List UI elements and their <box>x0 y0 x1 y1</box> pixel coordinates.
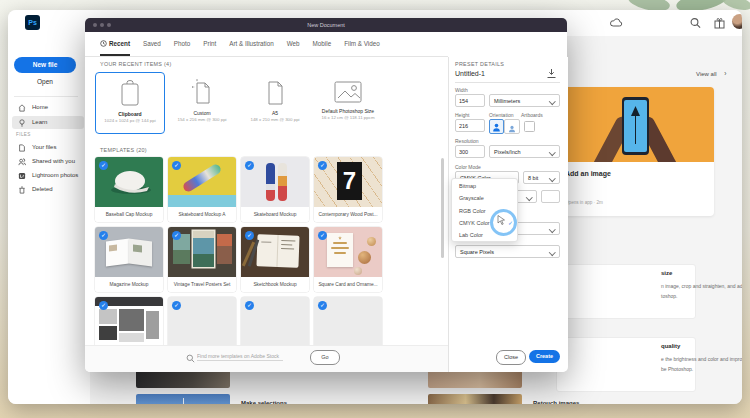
tip-title: size <box>661 270 672 276</box>
sidebar-item-lightroom-photos[interactable]: Lightroom photos <box>12 169 84 182</box>
tip-card-image-quality[interactable]: quality e the brightness and color and i… <box>556 337 696 392</box>
recent-item-default-photoshop-size[interactable]: Default Photoshop Size 16 x 12 cm @ 118.… <box>314 72 382 132</box>
tip-title: quality <box>661 343 680 349</box>
image-icon <box>333 79 363 105</box>
pixel-aspect-ratio-select[interactable]: Square Pixels <box>455 245 560 258</box>
handwriting <box>281 248 294 249</box>
tab-recent[interactable]: Recent <box>100 32 130 56</box>
template-vintage-travel-posters[interactable]: Vintage Travel Posters Set <box>168 227 236 292</box>
tab-art-illustration[interactable]: Art & Illustration <box>229 32 273 56</box>
artboards-checkbox[interactable] <box>524 121 535 132</box>
search-icon[interactable] <box>689 17 702 29</box>
recent-item-custom[interactable]: Custom 154 x 216 mm @ 300 ppi <box>168 72 236 132</box>
resolution-input[interactable] <box>455 145 485 158</box>
orientation-landscape-button[interactable] <box>504 119 520 134</box>
template-name: Square Card and Orname... <box>314 277 382 292</box>
cursor-icon <box>497 215 506 225</box>
collage-photo <box>99 309 117 324</box>
template-sketchbook-mockup[interactable]: Sketchbook Mockup <box>241 227 309 292</box>
stock-search-bar: Go <box>85 345 448 372</box>
resolution-unit-select[interactable]: Pixels/Inch <box>489 145 560 158</box>
tab-film-video[interactable]: Film & Video <box>344 32 380 56</box>
new-file-button[interactable]: New file <box>14 57 76 73</box>
poster <box>217 234 232 264</box>
tab-mobile[interactable]: Mobile <box>313 32 332 56</box>
selected-check-badge <box>245 231 254 240</box>
view-all-link[interactable]: View all › <box>696 70 726 77</box>
chevron-down-icon <box>549 175 555 181</box>
template-contemporary-wood-poster[interactable]: 7 Contemporary Wood Post... <box>314 157 382 222</box>
magazine-page <box>129 239 152 267</box>
sidebar-item-learn[interactable]: Learn <box>12 116 84 129</box>
option-grayscale[interactable]: Grayscale <box>452 192 517 204</box>
go-button[interactable]: Go <box>310 350 340 365</box>
tutorial-thumb-retouch-images[interactable] <box>428 394 522 404</box>
bit-depth-select[interactable]: 8 bit <box>523 171 560 184</box>
sidebar-divider <box>14 96 78 97</box>
tab-print[interactable]: Print <box>203 32 216 56</box>
width-input[interactable] <box>455 94 485 107</box>
sidebar-item-your-files[interactable]: Your files <box>12 141 84 154</box>
photoshop-logo: Ps <box>25 15 40 30</box>
click-indicator-ring <box>490 209 517 236</box>
account-avatar[interactable] <box>732 14 742 29</box>
stock-search-input[interactable] <box>197 352 283 361</box>
recent-item-name: Clipboard <box>96 111 164 117</box>
collage-photo <box>146 311 159 339</box>
save-preset-icon[interactable] <box>546 68 557 79</box>
trash-icon <box>18 186 26 194</box>
phone <box>622 97 649 155</box>
scrollbar-thumb[interactable] <box>441 158 444 258</box>
tab-saved[interactable]: Saved <box>143 32 161 56</box>
template-square-card-ornaments[interactable]: Square Card and Orname... <box>314 227 382 292</box>
option-bitmap[interactable]: Bitmap <box>452 180 517 192</box>
selected-check-badge <box>172 231 181 240</box>
create-button[interactable]: Create <box>529 350 560 363</box>
orientation-portrait-button[interactable] <box>489 119 504 134</box>
selected-check-badge <box>245 301 254 310</box>
tutorial-row-label[interactable]: Retouch images <box>533 400 579 404</box>
handwriting <box>281 244 292 245</box>
recent-item-dims: 148 x 210 mm @ 300 ppi <box>241 117 309 122</box>
document-name[interactable]: Untitled-1 <box>455 70 485 77</box>
tab-web[interactable]: Web <box>287 32 300 56</box>
width-label: Width <box>455 87 468 93</box>
tip-card-image-size[interactable]: size n image, crop and straighten, and a… <box>556 264 696 319</box>
sidebar-item-deleted[interactable]: Deleted <box>12 183 84 196</box>
close-button[interactable]: Close <box>496 350 526 365</box>
recent-item-name: Custom <box>168 110 236 116</box>
template-baseball-cap-mockup[interactable]: Baseball Cap Mockup <box>95 157 163 222</box>
height-input[interactable] <box>455 119 485 132</box>
magazine-page <box>106 239 129 267</box>
template-name: Vintage Travel Posters Set <box>168 277 236 292</box>
tab-photo[interactable]: Photo <box>174 32 190 56</box>
sidebar-item-shared-with-you[interactable]: Shared with you <box>12 155 84 168</box>
recent-item-a5[interactable]: A5 148 x 210 mm @ 300 ppi <box>241 72 309 132</box>
preset-details-header: PRESET DETAILS <box>455 61 504 67</box>
template-skateboard-mockup[interactable]: Skateboard Mockup <box>241 157 309 222</box>
resolution-label: Resolution <box>455 138 479 144</box>
tutorial-thumb-make-selections[interactable] <box>136 394 230 404</box>
sidebar-item-home[interactable]: Home <box>12 101 84 114</box>
rocket <box>183 398 184 404</box>
templates-header: TEMPLATES (20) <box>100 147 147 153</box>
cloud-sync-icon[interactable] <box>610 17 623 29</box>
recent-item-dims: 1024 x 1024 px @ 144 ppi <box>96 118 164 123</box>
template-name: Magazine Mockup <box>95 277 163 292</box>
template-skateboard-mockup-a[interactable]: Skateboard Mockup A <box>168 157 236 222</box>
promo-card-add-an-image[interactable]: Add an image Opens in app · 2m <box>556 87 714 216</box>
background-color-swatch[interactable] <box>541 190 560 203</box>
sketchbook <box>256 234 299 267</box>
chevron-down-icon <box>549 149 555 155</box>
recent-item-clipboard[interactable]: Clipboard 1024 x 1024 px @ 144 ppi <box>95 72 165 134</box>
gift-icon[interactable] <box>713 17 726 29</box>
width-unit-select[interactable]: Millimeters <box>489 94 560 107</box>
template-magazine-mockup[interactable]: Magazine Mockup <box>95 227 163 292</box>
landscape-icon <box>506 123 518 134</box>
tutorial-row-label[interactable]: Make selections <box>241 400 287 404</box>
height-label: Height <box>455 112 469 118</box>
artboards-label: Artboards <box>521 112 543 118</box>
orientation-label: Orientation <box>489 112 513 118</box>
open-button[interactable]: Open <box>14 78 76 85</box>
collage-photo <box>119 309 144 331</box>
